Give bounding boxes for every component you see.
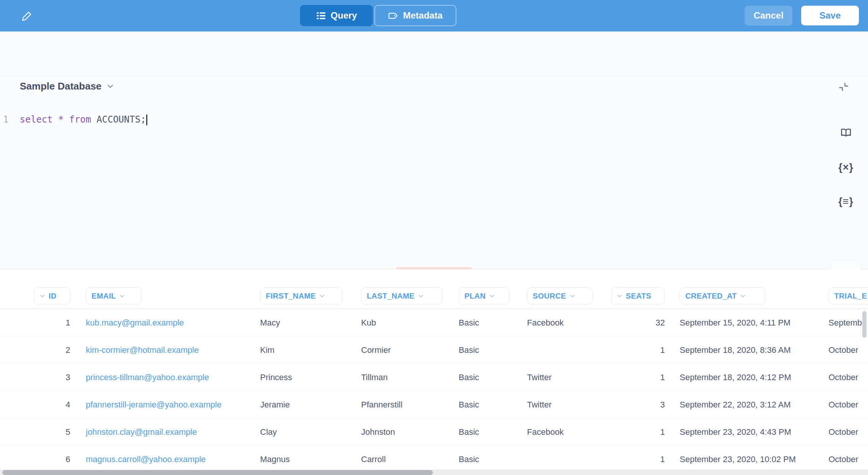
column-header-last_name[interactable]: LAST_NAME [361, 288, 442, 304]
cell-created_at[interactable]: September 23, 2020, 4:43 PM [680, 418, 811, 445]
cell-last_name[interactable]: Tillman [361, 364, 454, 391]
cell-id[interactable]: 6 [25, 446, 70, 473]
cell-last_name[interactable]: Pfannerstill [361, 391, 454, 418]
column-header-label: TRIAL_E [834, 292, 867, 300]
cell-source[interactable]: Facebook [527, 309, 605, 336]
sql-keyword: from [69, 114, 91, 125]
database-selector[interactable]: Sample Database [20, 80, 114, 92]
cell-last_name[interactable]: Kub [361, 309, 454, 336]
sql-identifier: ACCOUNTS; [96, 114, 146, 125]
cell-seats[interactable]: 1 [608, 418, 665, 445]
cell-created_at[interactable]: September 15, 2020, 4:11 PM [680, 309, 811, 336]
cell-first_name[interactable]: Magnus [260, 446, 355, 473]
cell-source[interactable]: Facebook [527, 418, 605, 445]
sql-code-line[interactable]: select * from ACCOUNTS; [20, 113, 147, 126]
cell-plan[interactable]: Basic [459, 391, 521, 418]
sort-chevron-icon [489, 293, 495, 299]
chevron-down-icon [107, 83, 114, 90]
tab-metadata-label: Metadata [403, 10, 442, 21]
cell-seats[interactable]: 1 [608, 337, 665, 363]
column-header-created_at[interactable]: CREATED_AT [680, 288, 765, 304]
cell-seats[interactable]: 1 [608, 364, 665, 391]
cell-seats[interactable]: 3 [608, 391, 665, 418]
column-header-seats[interactable]: SEATS [611, 288, 665, 304]
text-cursor [146, 115, 147, 125]
cell-trial_ends[interactable]: October [829, 337, 868, 363]
cell-created_at[interactable]: September 22, 2020, 3:12 AM [680, 391, 811, 418]
cell-last_name[interactable]: Cormier [361, 337, 454, 363]
cell-id[interactable]: 4 [25, 391, 70, 418]
vertical-scrollbar-thumb[interactable] [862, 311, 866, 338]
sql-editor-panel: Sample Database 1 select * from ACCOUNTS… [0, 31, 868, 269]
cell-seats[interactable]: 1 [608, 446, 665, 473]
cell-plan[interactable]: Basic [459, 337, 521, 363]
column-header-email[interactable]: EMAIL [86, 288, 142, 304]
cell-plan[interactable]: Basic [459, 446, 521, 473]
email-link-cell[interactable]: magnus.carroll@yahoo.example [86, 446, 253, 473]
cell-source[interactable] [527, 337, 605, 363]
collapse-editor-button[interactable] [836, 79, 851, 94]
cell-plan[interactable]: Basic [459, 364, 521, 391]
cancel-button[interactable]: Cancel [745, 6, 792, 25]
variables-button[interactable]: {×} [836, 160, 855, 174]
column-header-id[interactable]: ID [34, 288, 70, 304]
column-header-trial_e[interactable]: TRIAL_E [829, 288, 868, 304]
cell-last_name[interactable]: Johnston [361, 418, 454, 445]
cell-plan[interactable]: Basic [459, 418, 521, 445]
database-name: Sample Database [20, 80, 101, 92]
sort-chevron-icon [39, 293, 45, 299]
cell-first_name[interactable]: Macy [260, 309, 355, 336]
table-row: 3princess-tillman@yahoo.examplePrincessT… [0, 364, 868, 391]
email-link-cell[interactable]: pfannerstill-jeramie@yahoo.example [86, 391, 253, 418]
email-link-cell[interactable]: princess-tillman@yahoo.example [86, 364, 253, 391]
query-list-icon [316, 11, 326, 21]
cell-first_name[interactable]: Clay [260, 418, 355, 445]
table-row: 1kub.macy@gmail.exampleMacyKubBasicFaceb… [0, 309, 868, 337]
snippets-icon: {≡} [838, 196, 854, 208]
cell-trial_ends[interactable]: October [829, 364, 868, 391]
cell-plan[interactable]: Basic [459, 309, 521, 336]
cell-id[interactable]: 1 [25, 309, 70, 336]
cell-id[interactable]: 3 [25, 364, 70, 391]
query-results-table: IDEMAILFIRST_NAMELAST_NAMEPLANSOURCESEAT… [0, 269, 868, 475]
save-button[interactable]: Save [801, 6, 859, 25]
cell-id[interactable]: 5 [25, 418, 70, 445]
cell-first_name[interactable]: Kim [260, 337, 355, 363]
cell-created_at[interactable]: September 18, 2020, 8:36 AM [680, 337, 811, 363]
sql-keyword: select [20, 114, 53, 125]
cell-trial_ends[interactable]: October [829, 391, 868, 418]
cell-trial_ends[interactable]: October [829, 418, 868, 445]
horizontal-scrollbar-thumb[interactable] [2, 470, 433, 475]
cell-source[interactable]: Twitter [527, 364, 605, 391]
column-header-first_name[interactable]: FIRST_NAME [260, 288, 343, 304]
tab-query[interactable]: Query [300, 5, 373, 26]
cell-id[interactable]: 2 [25, 337, 70, 363]
cell-created_at[interactable]: September 18, 2020, 4:12 PM [680, 364, 811, 391]
cell-created_at[interactable]: September 23, 2020, 10:02 PM [680, 446, 811, 473]
email-link-cell[interactable]: kim-cormier@hotmail.example [86, 337, 253, 363]
column-header-source[interactable]: SOURCE [527, 288, 593, 304]
tab-metadata[interactable]: Metadata [374, 5, 456, 26]
cell-first_name[interactable]: Princess [260, 364, 355, 391]
cell-last_name[interactable]: Carroll [361, 446, 454, 473]
top-navbar: Query Metadata Cancel Save [0, 0, 868, 31]
sql-operator: * [58, 114, 63, 125]
email-link-cell[interactable]: johnston.clay@gmail.example [86, 418, 253, 445]
column-header-label: CREATED_AT [685, 292, 737, 300]
column-header-label: LAST_NAME [367, 292, 415, 300]
pencil-icon[interactable] [21, 10, 33, 22]
cancel-button-label: Cancel [754, 10, 784, 21]
native-query-editor-page: Query Metadata Cancel Save Sample Databa… [0, 0, 868, 475]
cell-source[interactable]: Twitter [527, 391, 605, 418]
cell-source[interactable] [527, 446, 605, 473]
column-header-plan[interactable]: PLAN [459, 288, 510, 304]
metadata-tag-icon [388, 11, 398, 21]
email-link-cell[interactable]: kub.macy@gmail.example [86, 309, 253, 336]
table-row: 6magnus.carroll@yahoo.exampleMagnusCarro… [0, 446, 868, 473]
data-reference-button[interactable] [838, 126, 854, 141]
cell-seats[interactable]: 32 [608, 309, 665, 336]
cell-trial_ends[interactable]: October [829, 446, 868, 473]
sort-chevron-icon [418, 293, 424, 299]
snippets-button[interactable]: {≡} [836, 195, 855, 208]
cell-first_name[interactable]: Jeramie [260, 391, 355, 418]
